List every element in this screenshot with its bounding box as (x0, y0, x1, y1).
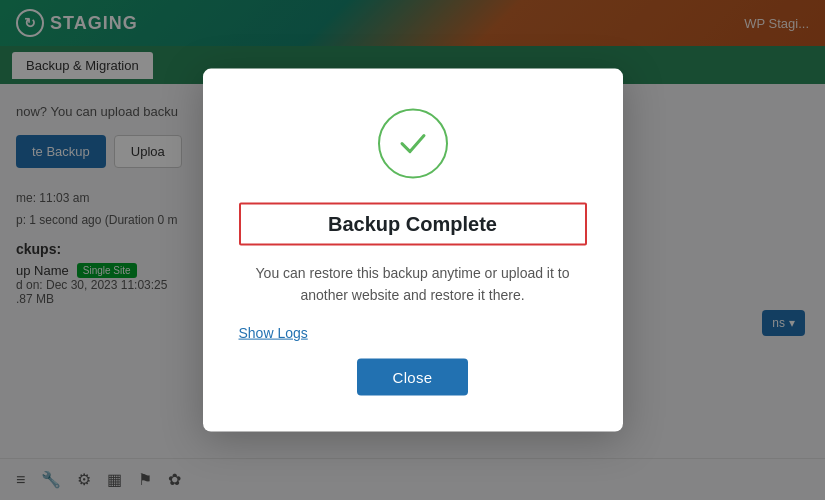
show-logs-button[interactable]: Show Logs (239, 324, 308, 340)
checkmark-icon (395, 126, 431, 162)
success-icon-circle (378, 109, 448, 179)
modal-title: Backup Complete (257, 213, 569, 236)
modal-title-box: Backup Complete (239, 203, 587, 246)
modal-description: You can restore this backup anytime or u… (239, 262, 587, 307)
close-button[interactable]: Close (357, 358, 469, 395)
backup-complete-modal: Backup Complete You can restore this bac… (203, 69, 623, 432)
